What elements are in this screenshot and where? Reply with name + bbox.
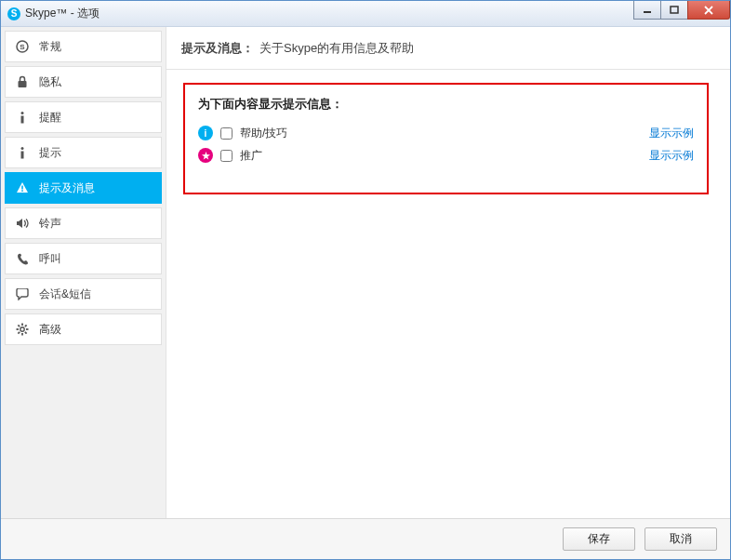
svg-rect-14: [21, 190, 23, 192]
close-button[interactable]: [687, 1, 730, 20]
lock-icon: [15, 75, 30, 88]
maximize-icon: [670, 6, 679, 15]
body-area: S 常规 隐私 提醒 提示 提示及消息 铃声: [1, 27, 730, 518]
checkbox-help-tips[interactable]: [220, 127, 233, 140]
svg-rect-10: [21, 116, 24, 124]
svg-text:S: S: [20, 43, 25, 51]
sidebar-item-label: 铃声: [39, 216, 61, 232]
svg-rect-12: [21, 152, 24, 159]
close-icon: [703, 6, 714, 15]
svg-line-22: [25, 325, 27, 327]
content-header-subtitle: 关于Skype的有用信息及帮助: [259, 40, 414, 57]
content-header: 提示及消息： 关于Skype的有用信息及帮助: [166, 27, 730, 70]
show-example-link[interactable]: 显示示例: [649, 148, 694, 164]
option-row-help-tips: i 帮助/技巧 显示示例: [198, 122, 694, 144]
svg-point-11: [21, 147, 24, 150]
star-bullet-icon: ★: [198, 148, 213, 163]
sidebar: S 常规 隐私 提醒 提示 提示及消息 铃声: [1, 27, 166, 518]
info-bullet-icon: i: [198, 126, 213, 140]
checkbox-promotion[interactable]: [220, 150, 233, 162]
option-label: 帮助/技巧: [240, 126, 287, 141]
content-header-title: 提示及消息：: [181, 40, 254, 57]
svg-point-15: [20, 327, 24, 331]
options-window: S Skype™ - 选项 S 常规 隐私: [0, 0, 731, 560]
option-label: 推广: [240, 148, 262, 164]
save-button[interactable]: 保存: [563, 527, 635, 551]
svg-line-23: [18, 332, 20, 334]
minimize-icon: [643, 6, 652, 15]
titlebar: S Skype™ - 选项: [1, 1, 730, 27]
sidebar-item-label: 常规: [39, 39, 61, 55]
sidebar-item-general[interactable]: S 常规: [5, 31, 162, 62]
svg-line-20: [18, 325, 20, 327]
info-icon: [15, 146, 30, 159]
svg-rect-3: [671, 7, 678, 13]
info-icon: [15, 111, 30, 124]
svg-point-9: [21, 112, 24, 114]
skype-icon: S: [15, 40, 30, 53]
phone-icon: [15, 253, 30, 265]
section-title: 为下面内容显示提示信息：: [198, 96, 694, 113]
chat-icon: [15, 288, 30, 300]
content-body: 为下面内容显示提示信息： i 帮助/技巧 显示示例 ★ 推广 显示示例: [166, 70, 730, 207]
sidebar-item-label: 提示及消息: [39, 180, 95, 196]
sidebar-item-tips[interactable]: 提示: [5, 137, 162, 168]
svg-rect-8: [19, 81, 27, 87]
content-pane: 提示及消息： 关于Skype的有用信息及帮助 为下面内容显示提示信息： i 帮助…: [166, 27, 730, 518]
sidebar-item-label: 提示: [39, 145, 61, 161]
sidebar-item-tips-messages[interactable]: 提示及消息: [5, 172, 162, 204]
sidebar-item-calls[interactable]: 呼叫: [5, 243, 162, 274]
sidebar-item-label: 高级: [39, 322, 61, 338]
svg-text:S: S: [11, 8, 18, 19]
option-row-promotion: ★ 推广 显示示例: [198, 144, 694, 167]
maximize-button[interactable]: [660, 1, 688, 20]
sidebar-item-chat-sms[interactable]: 会话&短信: [5, 278, 162, 310]
alert-icon: [15, 181, 30, 194]
svg-line-21: [25, 332, 27, 334]
sidebar-item-advanced[interactable]: 高级: [5, 313, 162, 345]
gear-icon: [15, 323, 30, 336]
sidebar-item-label: 呼叫: [39, 251, 61, 267]
svg-rect-13: [21, 186, 23, 190]
sidebar-item-label: 提醒: [39, 110, 61, 126]
minimize-button[interactable]: [633, 1, 661, 20]
sidebar-item-privacy[interactable]: 隐私: [5, 66, 162, 98]
show-example-link[interactable]: 显示示例: [649, 126, 694, 141]
window-controls: [634, 1, 730, 20]
sound-icon: [15, 218, 30, 229]
sidebar-item-alerts[interactable]: 提醒: [5, 101, 162, 133]
cancel-button[interactable]: 取消: [645, 527, 717, 551]
window-title: Skype™ - 选项: [25, 6, 100, 21]
footer: 保存 取消: [1, 518, 730, 559]
highlight-box: 为下面内容显示提示信息： i 帮助/技巧 显示示例 ★ 推广 显示示例: [183, 83, 709, 194]
sidebar-item-label: 隐私: [39, 74, 61, 90]
sidebar-item-ringtones[interactable]: 铃声: [5, 207, 162, 239]
sidebar-item-label: 会话&短信: [39, 287, 91, 302]
skype-logo-icon: S: [7, 7, 21, 21]
